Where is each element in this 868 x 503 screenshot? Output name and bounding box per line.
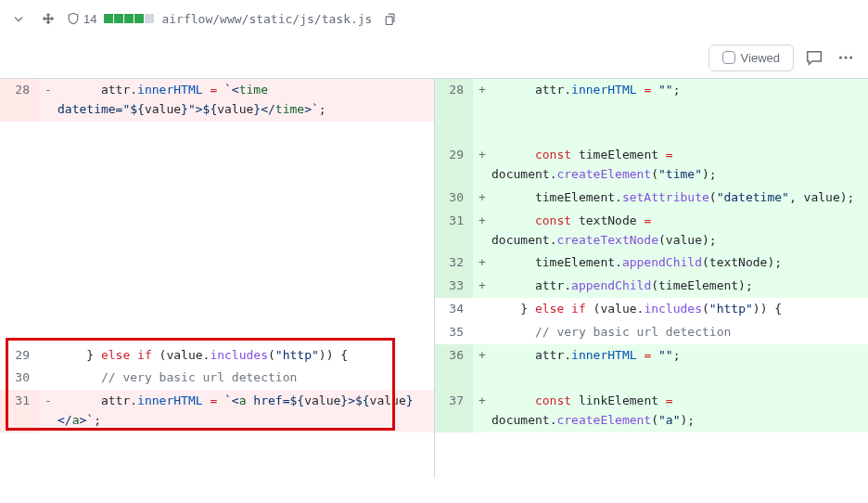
file-path[interactable]: airflow/www/static/js/task.js (161, 12, 372, 26)
line-number-new (434, 122, 473, 145)
diff-marker: + (473, 252, 491, 275)
diff-marker: + (473, 187, 491, 210)
code-cell (57, 210, 434, 252)
viewed-toggle[interactable]: Viewed (708, 45, 794, 71)
code-cell[interactable]: // very basic url detection (57, 367, 434, 390)
file-header-right: Viewed (0, 37, 868, 78)
diff-row (0, 432, 868, 456)
diffstat-block-added (124, 14, 134, 23)
diff-row: 29 } else if (value.includes("http")) {3… (0, 344, 868, 368)
diff-marker: + (473, 79, 491, 122)
diff-row (0, 122, 868, 145)
code-cell[interactable]: } else if (value.includes("http")) { (491, 298, 868, 321)
diff-row (0, 456, 868, 479)
code-cell[interactable]: attr.innerHTML = `<time datetime="${valu… (57, 79, 434, 122)
code-cell (57, 432, 434, 456)
code-cell (57, 275, 434, 298)
line-number-new[interactable]: 36 (434, 344, 473, 368)
code-cell[interactable]: attr.innerHTML = ""; (491, 344, 868, 368)
code-cell[interactable]: attr.innerHTML = `<a href=${value}>${val… (57, 390, 434, 432)
line-number-new[interactable]: 33 (434, 275, 473, 298)
security-count[interactable]: 14 (67, 11, 96, 26)
checkbox-icon (722, 51, 735, 64)
code-cell (57, 187, 434, 210)
code-cell[interactable]: timeElement.setAttribute("datetime", val… (491, 187, 868, 210)
diff-marker (39, 432, 57, 456)
comment-icon[interactable] (803, 46, 825, 69)
diff-marker (39, 367, 57, 390)
file-header: 14 airflow/www/static/js/task.js (0, 0, 868, 37)
code-cell[interactable]: const textNode = document.createTextNode… (491, 210, 868, 252)
code-cell[interactable]: attr.innerHTML = ""; (491, 79, 868, 122)
security-count-value: 14 (83, 12, 96, 26)
diffstat[interactable] (104, 14, 154, 23)
file-header-left: 14 airflow/www/static/js/task.js (7, 7, 402, 30)
line-number-old[interactable]: 30 (0, 367, 39, 390)
diff-marker: + (473, 210, 491, 252)
code-cell (57, 144, 434, 187)
viewed-label: Viewed (741, 51, 780, 65)
code-cell[interactable]: const linkElement = document.createEleme… (491, 390, 868, 432)
code-cell (57, 252, 434, 275)
code-cell (57, 321, 434, 344)
diffstat-block-added (134, 14, 144, 23)
diff-marker (39, 144, 57, 187)
diff-marker (39, 298, 57, 321)
diff-marker (39, 210, 57, 252)
diff-row: 31- attr.innerHTML = `<a href=${value}>$… (0, 390, 868, 432)
diff-marker: + (473, 144, 491, 187)
code-cell[interactable]: attr.appendChild(timeElement); (491, 275, 868, 298)
line-number-old[interactable]: 31 (0, 390, 39, 432)
line-number-old (0, 432, 39, 456)
line-number-new[interactable]: 30 (434, 187, 473, 210)
line-number-new[interactable]: 28 (434, 79, 473, 122)
line-number-new[interactable]: 35 (434, 321, 473, 344)
diff-marker: - (39, 390, 57, 432)
code-cell[interactable]: timeElement.appendChild(textNode); (491, 252, 868, 275)
code-cell[interactable]: // very basic url detection (491, 321, 868, 344)
svg-point-0 (839, 56, 842, 58)
copy-path-icon[interactable] (379, 7, 402, 30)
svg-point-2 (849, 56, 852, 58)
line-number-new[interactable]: 32 (434, 252, 473, 275)
line-number-old (0, 456, 39, 479)
diff-marker (39, 252, 57, 275)
line-number-old (0, 187, 39, 210)
line-number-old (0, 122, 39, 145)
diff-marker (473, 321, 491, 344)
line-number-old[interactable]: 28 (0, 79, 39, 122)
diff-marker (473, 122, 491, 145)
diff-row: 32+ timeElement.appendChild(textNode); (0, 252, 868, 275)
diff-marker: + (473, 390, 491, 432)
line-number-old[interactable]: 29 (0, 344, 39, 368)
kebab-menu-icon[interactable] (835, 46, 857, 69)
shield-icon (67, 11, 80, 26)
line-number-new[interactable]: 31 (434, 210, 473, 252)
diff-marker (473, 298, 491, 321)
expand-icon[interactable] (37, 7, 59, 30)
code-cell[interactable]: const timeElement = document.createEleme… (491, 144, 868, 187)
diff-row: 28- attr.innerHTML = `<time datetime="${… (0, 79, 868, 122)
code-cell (57, 456, 434, 479)
line-number-old (0, 144, 39, 187)
diffstat-block-added (104, 14, 113, 23)
line-number-new[interactable]: 29 (434, 144, 473, 187)
toggle-collapse-icon[interactable] (7, 7, 30, 30)
diffstat-block-neutral (145, 14, 154, 23)
line-number-old (0, 210, 39, 252)
diff-marker (473, 367, 491, 390)
code-cell[interactable]: } else if (value.includes("http")) { (57, 344, 434, 368)
diff-marker (39, 122, 57, 145)
diff-row: 34 } else if (value.includes("http")) { (0, 298, 868, 321)
diff-row: 35 // very basic url detection (0, 321, 868, 344)
line-number-new[interactable]: 34 (434, 298, 473, 321)
diff-row: 30+ timeElement.setAttribute("datetime",… (0, 187, 868, 210)
diffstat-block-added (114, 14, 123, 23)
diff-marker: + (473, 344, 491, 368)
diff-marker (473, 456, 491, 479)
line-number-new (434, 432, 473, 456)
diff-row: 33+ attr.appendChild(timeElement); (0, 275, 868, 298)
line-number-new[interactable]: 37 (434, 390, 473, 432)
diff-wrapper: 28- attr.innerHTML = `<time datetime="${… (0, 78, 868, 478)
line-number-old (0, 275, 39, 298)
